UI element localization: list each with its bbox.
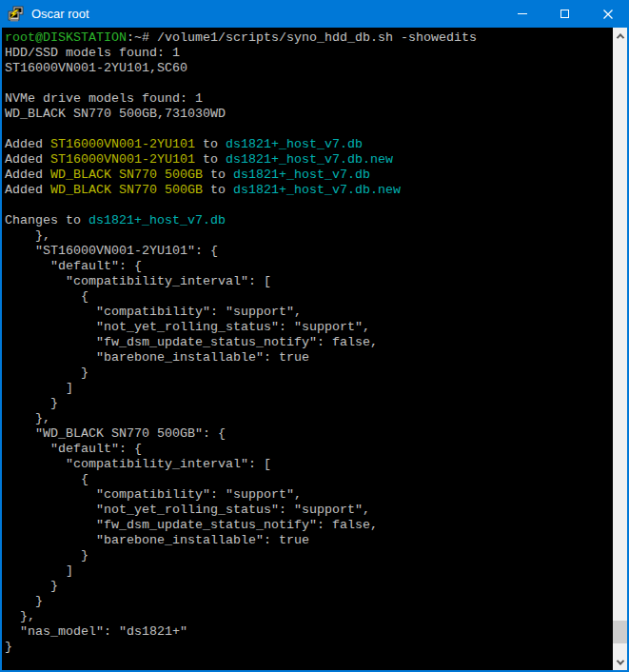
terminal-line: "WD_BLACK SN770 500GB": { bbox=[5, 426, 613, 442]
terminal-line: } bbox=[5, 640, 613, 655]
terminal-line: } bbox=[5, 366, 613, 381]
terminal-text-segment: { bbox=[5, 472, 88, 486]
terminal-line: } bbox=[5, 548, 613, 563]
putty-icon bbox=[8, 6, 24, 22]
terminal-text-segment: ST16000VN001-2YU101 bbox=[50, 152, 195, 167]
terminal-line: { bbox=[5, 289, 613, 305]
terminal-line: }, bbox=[5, 228, 613, 244]
window-controls bbox=[501, 0, 629, 28]
terminal-text-segment: "compatibility_interval": [ bbox=[5, 457, 271, 471]
terminal-text-segment: }, bbox=[5, 411, 50, 425]
minimize-button[interactable] bbox=[501, 0, 543, 28]
terminal-line: "compatibility_interval": [ bbox=[5, 274, 613, 289]
terminal-text-segment: }, bbox=[5, 609, 35, 623]
terminal-text-segment: "not_yet_rolling_status": "support", bbox=[5, 320, 370, 334]
maximize-button[interactable] bbox=[543, 0, 586, 28]
terminal-line: { bbox=[5, 472, 613, 487]
terminal-text-segment: WD_BLACK SN770 500GB,731030WD bbox=[5, 107, 226, 121]
terminal-text-segment: ds1821+_host_v7.db bbox=[88, 213, 226, 227]
close-button[interactable] bbox=[586, 0, 629, 28]
terminal-text-segment: :~# /volume1/scripts/syno_hdd_db.sh -sho… bbox=[127, 30, 477, 45]
terminal-text-segment: ds1821+_host_v7.db.new bbox=[226, 152, 393, 167]
terminal-text-segment: "fw_dsm_update_status_notify": false, bbox=[5, 518, 378, 532]
terminal-line: "fw_dsm_update_status_notify": false, bbox=[5, 518, 613, 533]
terminal-text-segment: root@DISKSTATION bbox=[5, 30, 127, 45]
terminal-line: "compatibility": "support", bbox=[5, 305, 613, 320]
terminal-line: }, bbox=[5, 609, 613, 624]
scroll-up-button[interactable] bbox=[613, 28, 627, 44]
minimize-icon bbox=[518, 13, 527, 14]
terminal-text-segment: } bbox=[5, 640, 12, 654]
terminal-text-segment: ds1821+_host_v7.db bbox=[226, 137, 363, 151]
scrollbar[interactable] bbox=[613, 28, 627, 670]
terminal-line: ] bbox=[5, 381, 613, 396]
terminal-text-segment: Changes to bbox=[5, 213, 88, 227]
terminal-text-segment: "barebone_installable": true bbox=[5, 533, 309, 547]
close-icon bbox=[602, 9, 614, 20]
terminal-text-segment: to bbox=[203, 183, 233, 197]
terminal-text-segment: "fw_dsm_update_status_notify": false, bbox=[5, 335, 378, 349]
terminal-text-segment: Added bbox=[5, 183, 50, 197]
terminal-text-segment: to bbox=[195, 152, 226, 167]
terminal-text-segment: to bbox=[203, 168, 233, 182]
terminal-line: ST16000VN001-2YU101,SC60 bbox=[5, 61, 613, 76]
chevron-down-icon bbox=[616, 657, 623, 664]
terminal-line: Added WD_BLACK SN770 500GB to ds1821+_ho… bbox=[5, 168, 613, 183]
terminal-text-segment: WD_BLACK SN770 500GB bbox=[50, 168, 203, 182]
terminal-text-segment: } bbox=[5, 366, 88, 380]
terminal-text-segment: }, bbox=[5, 228, 50, 243]
terminal-text-segment: "barebone_installable": true bbox=[5, 350, 309, 365]
terminal-text-segment: HDD/SSD models found: 1 bbox=[5, 46, 180, 60]
terminal-text-segment: "not_yet_rolling_status": "support", bbox=[5, 503, 370, 517]
terminal-text-segment: "ST16000VN001-2YU101": { bbox=[5, 244, 218, 258]
terminal-line: Added WD_BLACK SN770 500GB to ds1821+_ho… bbox=[5, 183, 613, 198]
scrollbar-thumb[interactable] bbox=[613, 621, 627, 643]
scroll-down-button[interactable] bbox=[613, 654, 627, 670]
terminal-line: "ST16000VN001-2YU101": { bbox=[5, 244, 613, 259]
terminal-line: root@DISKSTATION:~# /volume1/scripts/syn… bbox=[5, 30, 613, 46]
terminal-line: Changes to ds1821+_host_v7.db bbox=[5, 213, 613, 228]
terminal-line: "not_yet_rolling_status": "support", bbox=[5, 503, 613, 518]
terminal-line: "barebone_installable": true bbox=[5, 350, 613, 366]
terminal-text-segment: ds1821+_host_v7.db bbox=[233, 168, 370, 182]
terminal-text-segment: "compatibility": "support", bbox=[5, 305, 302, 319]
terminal-line: "compatibility": "support", bbox=[5, 487, 613, 503]
terminal-line: "default": { bbox=[5, 259, 613, 274]
window-title: Oscar root bbox=[31, 7, 89, 21]
terminal-text-segment: NVMe drive models found: 1 bbox=[5, 91, 203, 106]
terminal-line: } bbox=[5, 594, 613, 609]
terminal-line: } bbox=[5, 579, 613, 594]
terminal-line: "fw_dsm_update_status_notify": false, bbox=[5, 335, 613, 350]
terminal-line: Added ST16000VN001-2YU101 to ds1821+_hos… bbox=[5, 152, 613, 168]
terminal-text-segment: ] bbox=[5, 563, 73, 578]
terminal-text-segment: } bbox=[5, 396, 58, 410]
terminal-text-segment: Added bbox=[5, 152, 50, 167]
terminal-line: "compatibility_interval": [ bbox=[5, 457, 613, 472]
terminal-line: "barebone_installable": true bbox=[5, 533, 613, 548]
terminal-line bbox=[5, 76, 613, 91]
terminal-line: Added ST16000VN001-2YU101 to ds1821+_hos… bbox=[5, 137, 613, 152]
terminal-text-segment: "compatibility": "support", bbox=[5, 487, 302, 502]
terminal-text-segment: ] bbox=[5, 381, 73, 395]
terminal-text-segment: "WD_BLACK SN770 500GB": { bbox=[5, 426, 226, 441]
terminal-line: "not_yet_rolling_status": "support", bbox=[5, 320, 613, 335]
terminal-line: "default": { bbox=[5, 442, 613, 457]
terminal-text-segment: WD_BLACK SN770 500GB bbox=[50, 183, 203, 197]
terminal-text-segment: } bbox=[5, 579, 58, 593]
terminal-text-segment: ds1821+_host_v7.db.new bbox=[233, 183, 401, 197]
terminal-text-segment: } bbox=[5, 548, 88, 563]
terminal-text-segment: { bbox=[5, 289, 88, 304]
terminal-output[interactable]: root@DISKSTATION:~# /volume1/scripts/syn… bbox=[2, 28, 613, 670]
terminal-text-segment: "nas_model": "ds1821+" bbox=[5, 624, 187, 639]
terminal-line: WD_BLACK SN770 500GB,731030WD bbox=[5, 107, 613, 122]
titlebar[interactable]: Oscar root bbox=[0, 0, 629, 28]
terminal-text-segment: "default": { bbox=[5, 442, 142, 456]
terminal-line bbox=[5, 198, 613, 213]
maximize-icon bbox=[560, 10, 569, 18]
terminal-line: HDD/SSD models found: 1 bbox=[5, 46, 613, 61]
terminal-line: NVMe drive models found: 1 bbox=[5, 91, 613, 107]
terminal-text-segment: ST16000VN001-2YU101 bbox=[50, 137, 195, 151]
window-body: root@DISKSTATION:~# /volume1/scripts/syn… bbox=[0, 28, 629, 672]
terminal-line: } bbox=[5, 396, 613, 411]
putty-window: Oscar root root@DISKSTATION:~# /volume1/… bbox=[0, 0, 629, 672]
